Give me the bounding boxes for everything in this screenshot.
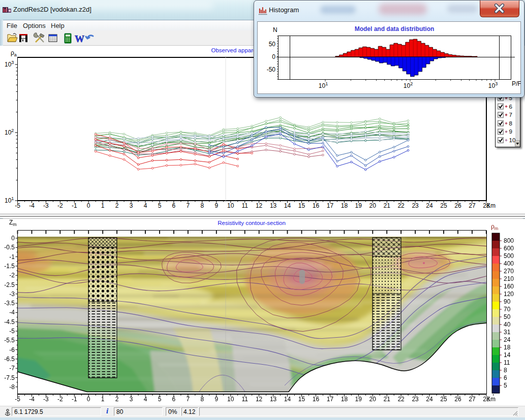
svg-text:-2: -2 <box>9 272 15 279</box>
svg-text:23: 23 <box>412 202 419 209</box>
svg-text:400: 400 <box>504 260 514 267</box>
svg-text:50: 50 <box>504 313 511 320</box>
svg-text:-3: -3 <box>43 396 49 403</box>
svg-text:8: 8 <box>504 367 507 374</box>
svg-text:24: 24 <box>504 336 511 343</box>
svg-text:16: 16 <box>313 202 320 209</box>
svg-text:-7.5: -7.5 <box>4 374 15 381</box>
svg-text:19: 19 <box>355 396 362 403</box>
svg-text:Model and data distribution: Model and data distribution <box>355 25 435 33</box>
svg-text:18: 18 <box>341 396 348 403</box>
svg-text:-7: -7 <box>9 365 15 372</box>
svg-text:18: 18 <box>504 344 511 351</box>
svg-text:0: 0 <box>87 202 90 209</box>
svg-text:-8: -8 <box>9 383 15 391</box>
svg-text:90: 90 <box>504 298 511 305</box>
svg-text:-3: -3 <box>9 290 15 298</box>
svg-text:16: 16 <box>313 396 320 403</box>
svg-text:8: 8 <box>200 396 204 403</box>
svg-text:-5: -5 <box>9 328 15 335</box>
svg-text:-6: -6 <box>9 346 15 353</box>
svg-text:Km: Km <box>486 202 496 209</box>
svg-text:-4: -4 <box>29 396 35 403</box>
svg-text:18: 18 <box>341 202 348 209</box>
svg-text:-4: -4 <box>29 202 35 209</box>
svg-text:-3: -3 <box>43 202 49 209</box>
svg-text:11: 11 <box>241 202 248 209</box>
svg-text:-1: -1 <box>72 396 77 403</box>
svg-text:13: 13 <box>270 396 277 403</box>
svg-text:12: 12 <box>256 396 263 403</box>
svg-text:13: 13 <box>270 202 277 209</box>
svg-text:21: 21 <box>384 202 391 209</box>
svg-text:10: 10 <box>227 202 234 209</box>
svg-text:1: 1 <box>101 396 105 403</box>
svg-text:25: 25 <box>440 396 447 403</box>
svg-text:5: 5 <box>158 396 162 403</box>
svg-text:102: 102 <box>404 81 413 89</box>
svg-text:160: 160 <box>504 283 514 290</box>
svg-text:4: 4 <box>144 202 147 209</box>
svg-text:7: 7 <box>187 202 190 209</box>
svg-text:-2.5: -2.5 <box>4 281 15 288</box>
svg-text:-5.5: -5.5 <box>4 337 15 344</box>
svg-text:270: 270 <box>504 268 514 275</box>
svg-text:3: 3 <box>130 396 133 403</box>
svg-text:6: 6 <box>509 104 512 110</box>
svg-text:26: 26 <box>454 396 461 403</box>
svg-text:10: 10 <box>227 396 234 403</box>
svg-text:9: 9 <box>509 128 512 135</box>
svg-text:31: 31 <box>504 329 511 336</box>
svg-text:27: 27 <box>469 202 476 209</box>
svg-text:6: 6 <box>172 202 176 209</box>
svg-text:11: 11 <box>504 359 510 366</box>
svg-text:70: 70 <box>504 306 511 313</box>
svg-text:-5: -5 <box>15 396 20 403</box>
svg-text:25: 25 <box>440 202 447 209</box>
svg-text:-5: -5 <box>15 202 20 209</box>
svg-text:7: 7 <box>509 112 512 118</box>
svg-text:11: 11 <box>241 396 248 403</box>
svg-text:-50: -50 <box>267 66 276 73</box>
svg-text:9: 9 <box>214 202 218 209</box>
svg-text:2: 2 <box>115 396 119 403</box>
svg-text:4: 4 <box>144 396 147 403</box>
svg-text:6: 6 <box>172 396 176 403</box>
svg-text:-2: -2 <box>57 396 63 403</box>
svg-text:24: 24 <box>426 396 433 403</box>
svg-text:-4.5: -4.5 <box>4 318 15 326</box>
svg-text:0: 0 <box>87 396 90 403</box>
svg-text:103: 103 <box>488 81 498 89</box>
svg-text:600: 600 <box>504 245 514 252</box>
svg-text:3: 3 <box>130 202 133 209</box>
svg-text:27: 27 <box>469 396 476 403</box>
svg-text:7: 7 <box>187 396 190 403</box>
svg-text:1: 1 <box>101 202 105 209</box>
svg-text:14: 14 <box>284 396 291 403</box>
svg-text:6: 6 <box>504 374 507 381</box>
svg-text:19: 19 <box>355 202 362 209</box>
svg-text:50: 50 <box>269 41 276 48</box>
svg-text:10: 10 <box>509 137 516 143</box>
svg-text:17: 17 <box>327 396 334 403</box>
svg-text:24: 24 <box>426 202 433 209</box>
svg-text:12: 12 <box>256 202 263 209</box>
svg-text:14: 14 <box>504 351 511 359</box>
svg-text:800: 800 <box>504 237 514 244</box>
svg-text:Resistivity contour-section: Resistivity contour-section <box>218 220 286 226</box>
svg-text:8: 8 <box>509 120 512 126</box>
svg-text:P/F: P/F <box>512 80 521 87</box>
svg-text:21: 21 <box>384 396 391 403</box>
svg-text:20: 20 <box>369 396 377 403</box>
svg-text:5: 5 <box>158 202 162 209</box>
svg-text:-4: -4 <box>9 309 15 316</box>
svg-text:Km: Km <box>486 396 496 403</box>
svg-text:500: 500 <box>504 252 514 260</box>
svg-text:22: 22 <box>397 396 405 403</box>
svg-text:-6.5: -6.5 <box>4 356 15 363</box>
svg-text:23: 23 <box>412 396 419 403</box>
svg-text:210: 210 <box>504 275 514 282</box>
svg-text:8: 8 <box>200 202 204 209</box>
svg-text:20: 20 <box>369 202 377 209</box>
svg-text:26: 26 <box>454 202 461 209</box>
